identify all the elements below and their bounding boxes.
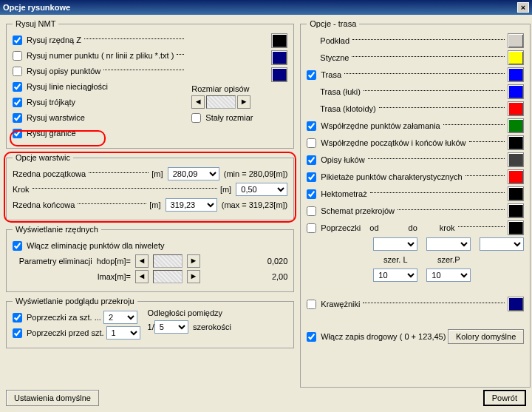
size-right-arrow[interactable]: ► — [237, 95, 250, 109]
cb-poprzeczki-przed[interactable] — [13, 328, 22, 338]
cb-opisy-lukow[interactable] — [307, 155, 316, 165]
title-bar: Opcje rysunkowe × — [0, 0, 532, 15]
lbl-od: od — [369, 223, 378, 232]
lbl-rozmiar-opisow: Rozmiar opisów — [191, 84, 249, 93]
cb-wsp-zalam[interactable] — [307, 121, 316, 131]
cb-poprzeczki[interactable] — [307, 223, 316, 233]
color-numer-punktu[interactable] — [271, 50, 287, 65]
combo-krok[interactable] — [480, 237, 524, 251]
val-hdop: 0,020 — [267, 257, 288, 266]
lbl-wlacz-eliminacje: Włącz eliminację punktów dla niwelety — [27, 241, 164, 250]
cb-opisy-punktow[interactable] — [13, 67, 22, 76]
cb-schemat[interactable] — [307, 206, 316, 216]
combo-szerL[interactable]: 10 — [373, 269, 417, 282]
lbl-granice: Rysuj granice — [27, 129, 76, 138]
color-opisy-lukow[interactable] — [508, 152, 524, 167]
cb-numer-punktu[interactable] — [13, 51, 22, 61]
color-podklad[interactable] — [508, 33, 524, 48]
color-poprzeczki[interactable] — [508, 220, 524, 235]
cb-pikietaze[interactable] — [307, 172, 316, 182]
lmax-slider[interactable] — [153, 270, 183, 283]
combo-frac[interactable]: 5 — [154, 320, 188, 334]
color-klotoidy[interactable] — [508, 101, 524, 116]
combo-rzedna-konc[interactable]: 319,23 — [166, 198, 217, 212]
frac-prefix: 1/ — [148, 322, 154, 331]
combo-poprzeczki-za[interactable]: 2 — [103, 311, 137, 324]
lbl-podklad: Podkład — [320, 36, 349, 45]
lbl-klotoidy: Trasa (klotoidy) — [320, 104, 375, 113]
cb-wlacz-eliminacje[interactable] — [13, 241, 22, 251]
hdop-left[interactable]: ◄ — [135, 254, 149, 268]
hdop-right[interactable]: ► — [187, 254, 200, 268]
cb-krawezniki[interactable] — [307, 300, 316, 309]
lbl-rzedna-konc: Rzedna końcowa — [13, 200, 75, 209]
color-pikietaze[interactable] — [508, 169, 524, 184]
unit-krok: [m] — [220, 185, 231, 194]
combo-krok[interactable]: 0,50 — [236, 183, 287, 196]
cb-zapis-drogowy[interactable] — [307, 332, 316, 342]
lbl-hdop: hdop[m]= — [97, 257, 131, 266]
btn-ustawienia-domyslne[interactable]: Ustawienia domyślne — [6, 390, 99, 406]
lbl-rzedna-z: Rysuj rzędną Z — [27, 36, 81, 44]
btn-kolory-domyslne[interactable]: Kolory domyślne — [448, 329, 524, 344]
combo-rzedna-pocz[interactable]: 280,09 — [168, 167, 219, 180]
unit-rzedna-konc: [m] — [149, 200, 160, 209]
window-title: Opcje rysunkowe — [3, 3, 70, 12]
legend-warstwice: Opcje warstwic — [13, 153, 73, 162]
cb-wsp-lukow[interactable] — [307, 138, 316, 148]
color-styczne[interactable] — [508, 50, 524, 65]
lbl-odleglosci: Odległości pomiędzy — [148, 308, 231, 317]
cb-staly-rozmiar[interactable] — [191, 113, 201, 123]
lbl-numer-punktu: Rysuj numer punktu ( nr linii z pliku *.… — [27, 51, 174, 60]
lmax-left[interactable]: ◄ — [135, 270, 149, 283]
lbl-opisy-lukow: Opisy łuków — [321, 155, 364, 164]
legend-rzednych: Wyświetlanie rzędnych — [13, 225, 101, 234]
val-lmax: 2,00 — [272, 272, 287, 281]
combo-szerP[interactable]: 10 — [426, 269, 471, 282]
cb-hektometraz[interactable] — [307, 189, 316, 199]
lbl-poprzeczki-przed: Poprzeczki przed szt. — [27, 328, 104, 337]
lbl-krok: Krok — [13, 185, 30, 194]
lbl-szerP: szer.P — [426, 255, 471, 264]
combo-poprzeczki-przed[interactable]: 1 — [106, 326, 140, 340]
color-opisy-punktow[interactable] — [271, 67, 287, 82]
size-left-arrow[interactable]: ◄ — [191, 95, 205, 109]
unit-rzedna-pocz: [m] — [151, 169, 163, 178]
legend-trasa: Opcje - trasa — [307, 19, 359, 28]
cb-warstwice[interactable] — [13, 113, 22, 123]
color-krawezniki[interactable] — [508, 297, 524, 311]
lbl-krawezniki: Krawężniki — [321, 300, 360, 308]
close-icon[interactable]: × — [517, 2, 529, 13]
color-wsp-zalam[interactable] — [508, 118, 524, 133]
color-wsp-lukow[interactable] — [508, 135, 524, 150]
color-hektometraz[interactable] — [508, 186, 524, 201]
lbl-zapis-drogowy: Włącz zapis drogowy ( 0 + 123,45) — [321, 332, 446, 341]
btn-powrot[interactable]: Powrót — [483, 390, 526, 406]
cb-granice[interactable] — [13, 129, 22, 138]
cb-trasa[interactable] — [307, 70, 316, 80]
lbl-hektometraz: Hektometraż — [321, 189, 366, 198]
lbl-wsp-zalam: Współrzędne punktów załamania — [321, 121, 440, 130]
cb-rzedna-z[interactable] — [13, 36, 22, 45]
color-rzedna-z[interactable] — [271, 33, 287, 48]
lbl-pikietaze: Pikietaże punktów charakterystycznych — [321, 172, 462, 181]
lbl-parametry: Parametry eliminacji — [19, 257, 92, 266]
hdop-slider[interactable] — [153, 254, 183, 268]
hint-rzedna-konc: (max = 319,23[m]) — [222, 200, 288, 209]
lbl-linie-nieciag: Rysuj linie nieciągłości — [27, 82, 108, 91]
cb-linie-nieciag[interactable] — [13, 82, 22, 92]
combo-od[interactable] — [373, 237, 417, 251]
lbl-szerL: szer. L — [373, 255, 417, 264]
cb-trojkaty[interactable] — [13, 98, 22, 107]
combo-do[interactable] — [426, 237, 471, 251]
size-slider[interactable] — [206, 95, 236, 109]
color-luki[interactable] — [508, 84, 524, 99]
cb-poprzeczki-za[interactable] — [13, 313, 22, 322]
lbl-trasa: Trasa — [321, 70, 341, 79]
color-trasa[interactable] — [508, 67, 524, 82]
color-schemat[interactable] — [508, 203, 524, 218]
lmax-right[interactable]: ► — [187, 270, 200, 283]
legend-nmt: Rysuj NMT — [13, 19, 58, 28]
lbl-opisy-punktow: Rysuj opisy punktów — [27, 67, 100, 75]
lbl-staly-rozmiar: Stały rozmiar — [205, 113, 253, 122]
